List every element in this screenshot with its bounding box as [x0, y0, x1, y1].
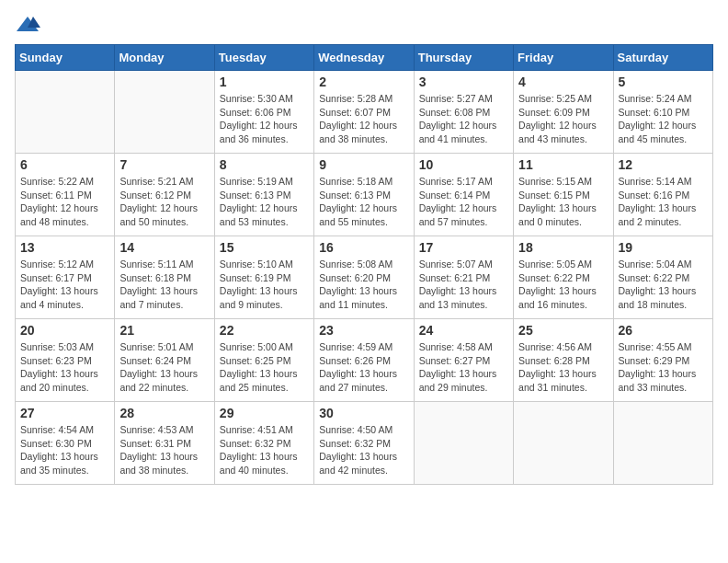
day-info: Sunrise: 5:00 AM Sunset: 6:25 PM Dayligh… — [220, 340, 309, 395]
day-number: 7 — [119, 157, 209, 172]
calendar-cell: 22Sunrise: 5:00 AM Sunset: 6:25 PM Dayli… — [214, 319, 313, 402]
calendar-cell: 25Sunrise: 4:56 AM Sunset: 6:28 PM Dayli… — [514, 319, 613, 402]
day-info: Sunrise: 5:30 AM Sunset: 6:06 PM Dayligh… — [220, 92, 309, 146]
calendar-cell: 27Sunrise: 4:54 AM Sunset: 6:30 PM Dayli… — [16, 402, 115, 485]
day-number: 8 — [220, 157, 309, 172]
calendar-cell: 4Sunrise: 5:25 AM Sunset: 6:09 PM Daylig… — [514, 71, 613, 154]
day-info: Sunrise: 5:11 AM Sunset: 6:18 PM Dayligh… — [119, 258, 209, 312]
calendar-cell: 11Sunrise: 5:15 AM Sunset: 6:15 PM Dayli… — [514, 154, 613, 236]
day-number: 4 — [518, 75, 608, 89]
day-info: Sunrise: 5:25 AM Sunset: 6:09 PM Dayligh… — [518, 92, 608, 146]
day-number: 3 — [419, 75, 508, 89]
calendar-cell — [514, 402, 613, 485]
calendar-cell: 3Sunrise: 5:27 AM Sunset: 6:08 PM Daylig… — [414, 71, 513, 154]
day-number: 26 — [619, 323, 708, 338]
day-number: 23 — [319, 323, 408, 338]
day-number: 25 — [518, 323, 608, 338]
calendar-weekday-tuesday: Tuesday — [214, 45, 313, 71]
day-info: Sunrise: 4:54 AM Sunset: 6:30 PM Dayligh… — [20, 423, 109, 477]
day-number: 6 — [20, 157, 109, 172]
day-info: Sunrise: 5:14 AM Sunset: 6:16 PM Dayligh… — [619, 175, 708, 229]
day-number: 29 — [220, 406, 309, 420]
day-number: 20 — [20, 323, 109, 338]
calendar-cell: 18Sunrise: 5:05 AM Sunset: 6:22 PM Dayli… — [514, 236, 613, 319]
calendar-cell: 5Sunrise: 5:24 AM Sunset: 6:10 PM Daylig… — [613, 71, 712, 154]
day-info: Sunrise: 5:05 AM Sunset: 6:22 PM Dayligh… — [518, 258, 608, 312]
day-info: Sunrise: 5:07 AM Sunset: 6:21 PM Dayligh… — [419, 258, 508, 312]
calendar-cell: 13Sunrise: 5:12 AM Sunset: 6:17 PM Dayli… — [16, 236, 115, 319]
calendar-weekday-friday: Friday — [514, 45, 613, 71]
day-info: Sunrise: 5:21 AM Sunset: 6:12 PM Dayligh… — [119, 175, 209, 229]
day-number: 22 — [220, 323, 309, 338]
day-info: Sunrise: 5:03 AM Sunset: 6:23 PM Dayligh… — [20, 340, 109, 395]
day-info: Sunrise: 5:24 AM Sunset: 6:10 PM Dayligh… — [619, 92, 708, 146]
day-number: 27 — [20, 406, 109, 420]
day-number: 16 — [319, 240, 408, 255]
day-number: 9 — [319, 157, 408, 172]
day-number: 12 — [619, 157, 708, 172]
logo-icon — [15, 15, 40, 35]
calendar-cell: 10Sunrise: 5:17 AM Sunset: 6:14 PM Dayli… — [414, 154, 513, 236]
calendar-cell: 12Sunrise: 5:14 AM Sunset: 6:16 PM Dayli… — [613, 154, 712, 236]
day-number: 5 — [619, 75, 708, 89]
day-info: Sunrise: 5:18 AM Sunset: 6:13 PM Dayligh… — [319, 175, 408, 229]
calendar-cell: 8Sunrise: 5:19 AM Sunset: 6:13 PM Daylig… — [214, 154, 313, 236]
day-info: Sunrise: 4:58 AM Sunset: 6:27 PM Dayligh… — [419, 340, 508, 395]
day-info: Sunrise: 5:15 AM Sunset: 6:15 PM Dayligh… — [518, 175, 608, 229]
calendar-cell — [16, 71, 115, 154]
day-number: 2 — [319, 75, 408, 89]
day-number: 15 — [220, 240, 309, 255]
day-info: Sunrise: 5:22 AM Sunset: 6:11 PM Dayligh… — [20, 175, 109, 229]
day-info: Sunrise: 4:51 AM Sunset: 6:32 PM Dayligh… — [220, 423, 309, 477]
calendar-cell: 7Sunrise: 5:21 AM Sunset: 6:12 PM Daylig… — [115, 154, 214, 236]
calendar-cell: 17Sunrise: 5:07 AM Sunset: 6:21 PM Dayli… — [414, 236, 513, 319]
page-header — [15, 15, 713, 35]
day-number: 13 — [20, 240, 109, 255]
day-number: 18 — [518, 240, 608, 255]
calendar-week-row: 20Sunrise: 5:03 AM Sunset: 6:23 PM Dayli… — [16, 319, 713, 402]
calendar-weekday-sunday: Sunday — [16, 45, 115, 71]
calendar-cell: 21Sunrise: 5:01 AM Sunset: 6:24 PM Dayli… — [115, 319, 214, 402]
day-info: Sunrise: 4:55 AM Sunset: 6:29 PM Dayligh… — [619, 340, 708, 395]
calendar-cell: 2Sunrise: 5:28 AM Sunset: 6:07 PM Daylig… — [314, 71, 414, 154]
day-info: Sunrise: 5:28 AM Sunset: 6:07 PM Dayligh… — [319, 92, 408, 146]
calendar-week-row: 1Sunrise: 5:30 AM Sunset: 6:06 PM Daylig… — [16, 71, 713, 154]
day-number: 19 — [619, 240, 708, 255]
day-info: Sunrise: 5:08 AM Sunset: 6:20 PM Dayligh… — [319, 258, 408, 312]
calendar-cell: 20Sunrise: 5:03 AM Sunset: 6:23 PM Dayli… — [16, 319, 115, 402]
calendar-weekday-thursday: Thursday — [414, 45, 513, 71]
calendar-weekday-monday: Monday — [115, 45, 214, 71]
day-info: Sunrise: 5:12 AM Sunset: 6:17 PM Dayligh… — [20, 258, 109, 312]
day-info: Sunrise: 5:01 AM Sunset: 6:24 PM Dayligh… — [119, 340, 209, 395]
day-info: Sunrise: 4:59 AM Sunset: 6:26 PM Dayligh… — [319, 340, 408, 395]
day-info: Sunrise: 4:50 AM Sunset: 6:32 PM Dayligh… — [319, 423, 408, 477]
day-number: 14 — [119, 240, 209, 255]
calendar-cell: 15Sunrise: 5:10 AM Sunset: 6:19 PM Dayli… — [214, 236, 313, 319]
calendar-week-row: 13Sunrise: 5:12 AM Sunset: 6:17 PM Dayli… — [16, 236, 713, 319]
calendar-cell: 26Sunrise: 4:55 AM Sunset: 6:29 PM Dayli… — [613, 319, 712, 402]
calendar-weekday-saturday: Saturday — [613, 45, 712, 71]
calendar-cell: 23Sunrise: 4:59 AM Sunset: 6:26 PM Dayli… — [314, 319, 414, 402]
day-number: 1 — [220, 75, 309, 89]
calendar-cell: 1Sunrise: 5:30 AM Sunset: 6:06 PM Daylig… — [214, 71, 313, 154]
day-info: Sunrise: 4:56 AM Sunset: 6:28 PM Dayligh… — [518, 340, 608, 395]
calendar-cell — [613, 402, 712, 485]
day-number: 11 — [518, 157, 608, 172]
logo — [15, 15, 44, 35]
day-info: Sunrise: 5:19 AM Sunset: 6:13 PM Dayligh… — [220, 175, 309, 229]
calendar-cell: 29Sunrise: 4:51 AM Sunset: 6:32 PM Dayli… — [214, 402, 313, 485]
day-number: 30 — [319, 406, 408, 420]
calendar-cell: 28Sunrise: 4:53 AM Sunset: 6:31 PM Dayli… — [115, 402, 214, 485]
calendar-cell: 16Sunrise: 5:08 AM Sunset: 6:20 PM Dayli… — [314, 236, 414, 319]
calendar-week-row: 27Sunrise: 4:54 AM Sunset: 6:30 PM Dayli… — [16, 402, 713, 485]
day-info: Sunrise: 5:04 AM Sunset: 6:22 PM Dayligh… — [619, 258, 708, 312]
calendar-cell: 19Sunrise: 5:04 AM Sunset: 6:22 PM Dayli… — [613, 236, 712, 319]
calendar-header-row: SundayMondayTuesdayWednesdayThursdayFrid… — [16, 45, 713, 71]
day-info: Sunrise: 5:10 AM Sunset: 6:19 PM Dayligh… — [220, 258, 309, 312]
day-info: Sunrise: 5:27 AM Sunset: 6:08 PM Dayligh… — [419, 92, 508, 146]
calendar-cell: 30Sunrise: 4:50 AM Sunset: 6:32 PM Dayli… — [314, 402, 414, 485]
calendar-cell — [115, 71, 214, 154]
calendar-cell: 6Sunrise: 5:22 AM Sunset: 6:11 PM Daylig… — [16, 154, 115, 236]
day-number: 24 — [419, 323, 508, 338]
calendar-cell: 9Sunrise: 5:18 AM Sunset: 6:13 PM Daylig… — [314, 154, 414, 236]
